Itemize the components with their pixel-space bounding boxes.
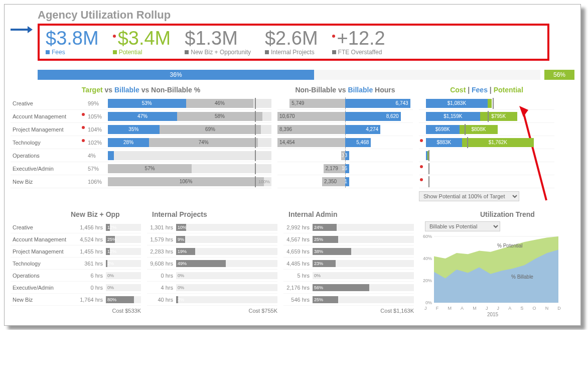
stacked-bar: $1,083K <box>426 99 554 108</box>
billable-progress-label: 36% <box>170 71 182 78</box>
cost-marker-icon <box>488 111 489 122</box>
target-value: 4% <box>88 153 108 159</box>
stacked-bar: 106% 100% <box>108 177 271 186</box>
table-row: 4 hrs 0% <box>147 282 277 294</box>
panel-nonbillable-vs-billable-hours: Non-Billable vs Billable Hours 5,749 6,7… <box>277 86 413 201</box>
annotation-arrow-left <box>11 25 33 35</box>
hours-value: 4 hrs <box>147 285 176 291</box>
panel-internal-projects: Internal Projects 1,301 hrs 10% 1,579 hr… <box>147 210 277 317</box>
nonbillable-segment: 10,670 <box>277 112 345 121</box>
stacked-bar <box>426 151 554 160</box>
table-row: 2,179 16 <box>277 162 413 175</box>
kpi-value: $3.8M <box>46 29 99 48</box>
target-value: 106% <box>88 179 108 185</box>
trend-dropdown[interactable]: Billable vs Potential <box>425 221 500 231</box>
alert-dot-icon <box>419 165 426 172</box>
panel-heading: Internal Admin <box>283 210 414 218</box>
category-label: New Biz <box>11 179 81 185</box>
hours-value: 4,567 hrs <box>283 236 313 242</box>
target-marker-icon <box>255 176 256 187</box>
dashboard-frame: Agency Utilization Rollup $3.8M Fees$3.4… <box>4 4 581 326</box>
kpi-3: $2.6M Internal Projects <box>265 29 318 56</box>
stacked-bar: 53% 46% <box>108 99 271 108</box>
nonbillable-segment: 57% <box>108 164 192 173</box>
pct-label: 0% <box>176 272 184 279</box>
table-row: 9,608 hrs 49% <box>147 258 277 270</box>
table-row: 2,350 1 <box>277 175 413 188</box>
diverging-bar: 2,179 16 <box>277 164 413 173</box>
billable-progress-fill: 36% <box>38 70 314 80</box>
month-tick: J <box>424 306 427 311</box>
hours-value: 2,176 hrs <box>283 285 313 291</box>
table-row: Project Management 104% 35% 69% <box>11 123 271 136</box>
target-marker-icon <box>255 98 256 109</box>
month-tick: A <box>461 306 464 311</box>
pct-fill: 25% <box>313 236 338 243</box>
kpi-4: +12.2 FTE Overstaffed <box>332 29 385 56</box>
hours-value: 5 hrs <box>283 273 313 279</box>
target-value: 99% <box>88 100 108 106</box>
hours-value: 1,579 hrs <box>147 236 176 242</box>
category-label: Account Management <box>11 236 77 242</box>
kpi-label: New Biz + Opportunity <box>185 49 251 56</box>
category-label: Technology <box>11 261 77 267</box>
alert-dot-icon <box>332 35 335 38</box>
category-label: Account Management <box>11 113 81 119</box>
pct-bar: 38% <box>313 248 414 255</box>
category-label: Operations <box>11 273 77 279</box>
category-label: Executive/Admin <box>11 285 77 291</box>
month-tick: F <box>436 306 439 311</box>
series-label-billable: % Billable <box>511 274 533 280</box>
pct-bar: 9% <box>176 236 277 243</box>
pct-fill: 2% <box>176 296 178 303</box>
potential-dropdown[interactable]: Show Potential at 100% of Target <box>419 191 519 201</box>
legend-square-icon <box>185 50 189 54</box>
stacked-bar: 35% 69% <box>108 125 271 134</box>
table-row: Technology 361 hrs 2% <box>11 258 141 270</box>
target-marker-icon <box>255 124 256 135</box>
hours-value: 4,659 hrs <box>283 248 313 254</box>
month-tick: N <box>545 306 549 311</box>
svg-text:0%: 0% <box>425 300 432 305</box>
category-label: Creative <box>11 100 81 106</box>
panel-internal-admin: Internal Admin 2,992 hrs 24% 4,567 hrs 2… <box>283 210 414 317</box>
alert-dot-icon <box>419 139 426 146</box>
hours-value: 546 hrs <box>283 297 313 303</box>
pct-fill: 19% <box>176 248 195 255</box>
nonbillable-segment: 69% <box>160 125 261 134</box>
diverging-bar: 5,749 6,743 <box>277 99 413 108</box>
target-value: 105% <box>88 113 108 119</box>
kpi-1: $3.4M Potential <box>113 29 171 56</box>
table-row: 546 hrs 25% <box>283 294 414 306</box>
hours-value: 0 hrs <box>77 285 106 291</box>
stacked-bar: 57% <box>108 164 271 173</box>
trend-chart: 60%40%20%0% % Potential % Billable <box>420 234 560 305</box>
table-row: 14,454 5,468 <box>277 136 413 149</box>
series-label-potential: % Potential <box>497 243 523 248</box>
month-tick: S <box>520 306 523 311</box>
table-row: 8,396 4,274 <box>277 123 413 136</box>
kpi-value: $1.3M <box>185 29 251 48</box>
hours-value: 361 hrs <box>77 261 106 267</box>
diverging-bar: 8,396 4,274 <box>277 125 413 134</box>
table-row: Creative 99% 53% 46% <box>11 97 271 110</box>
svg-text:40%: 40% <box>423 256 432 261</box>
legend-square-icon <box>265 50 269 54</box>
pct-bar: 10% <box>176 224 277 231</box>
billable-progress-bar: 36% <box>38 70 540 80</box>
panel-heading: New Biz + Opp <box>11 210 141 218</box>
kpi-value: $2.6M <box>265 29 318 48</box>
pct-bar: 12% <box>106 248 141 255</box>
target-marker-icon <box>255 150 256 161</box>
pct-fill: 23% <box>313 260 336 267</box>
target-marker-label: 100% <box>258 179 270 184</box>
billable-segment: 53% <box>108 99 186 108</box>
kpi-label: FTE Overstaffed <box>332 49 385 56</box>
stacked-bar: 28% 74% <box>108 138 271 147</box>
target-value: 57% <box>88 166 108 172</box>
alert-dot-icon <box>419 178 426 185</box>
table-row: 40 hrs 2% <box>147 294 277 306</box>
hours-value: 9,608 hrs <box>147 261 176 267</box>
svg-text:60%: 60% <box>423 234 432 239</box>
alert-dot-icon <box>81 113 88 119</box>
